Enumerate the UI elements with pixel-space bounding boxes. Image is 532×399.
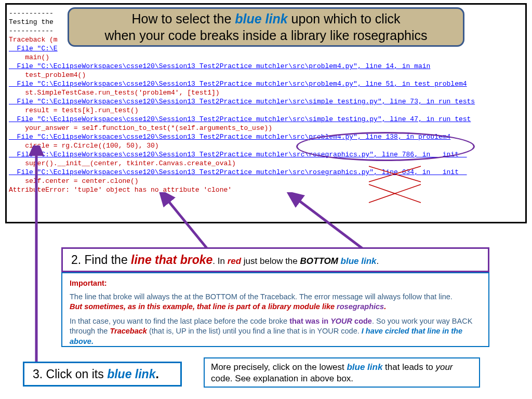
t: blue link: [347, 362, 382, 372]
code-line: your_answer = self.function_to_test(*(se…: [9, 124, 272, 132]
file-link-4[interactable]: File "C:\EclipseWorkspaces\csse120\Sessi…: [9, 115, 471, 123]
t: .: [384, 302, 386, 311]
step2-emph: line that broke: [131, 253, 212, 267]
t: just below the: [241, 256, 300, 266]
t: The line that broke will always the at t…: [70, 292, 453, 301]
file-link-5[interactable]: File "C:\EclipseWorkspaces\csse120\Sessi…: [9, 133, 450, 141]
t: More precisely, click on the lowest: [211, 362, 347, 372]
code-line: circle = rg.Circle((100, 50), 30): [9, 142, 159, 150]
t: In that case, you want to find the last …: [70, 317, 289, 325]
t: But sometimes, as in this example, that …: [70, 302, 337, 311]
t: YOUR: [330, 317, 352, 325]
title-blue: blue link: [235, 11, 287, 26]
dash-line: -----------: [9, 27, 54, 35]
t: blue link: [107, 367, 155, 381]
traceback-header: Traceback (m: [9, 36, 58, 44]
precise-box: More precisely, click on the lowest blue…: [204, 357, 480, 388]
code-line: result = tests[k].run_test(): [9, 107, 139, 114]
error-line: AttributeError: 'tuple' object has no at…: [9, 186, 232, 194]
step-2-box: 2. Find the line that broke. In red just…: [61, 247, 489, 272]
title-text: How to select the: [132, 11, 235, 26]
t: that leads to: [382, 362, 435, 372]
t: blue link: [341, 256, 377, 266]
t: that was in: [289, 317, 330, 325]
title-banner: How to select the blue link upon which t…: [68, 7, 464, 47]
testing-line: Testing the: [9, 18, 54, 26]
title-text: upon which to click: [288, 11, 401, 26]
t: (that is, UP in the list) until you find…: [147, 327, 362, 335]
code-line: main(): [9, 54, 49, 61]
title-line2: when your code breaks inside a library l…: [69, 27, 463, 44]
t: BOTTOM: [300, 256, 338, 266]
code-line: st.SimpleTestCase.run_tests('problem4', …: [9, 89, 220, 97]
t: .: [377, 256, 379, 266]
t: rosegraphics: [337, 302, 384, 311]
file-link-truncated[interactable]: File "C:\E: [9, 45, 58, 52]
t: red: [228, 256, 241, 266]
file-link-1[interactable]: File "C:\EclipseWorkspaces\csse120\Sessi…: [9, 62, 430, 70]
code-line: super().__init__(center, tkinter.Canvas.…: [9, 159, 236, 167]
t: 3. Click on its: [33, 367, 107, 381]
t: .: [155, 367, 158, 381]
file-link-2[interactable]: File "C:\EclipseWorkspaces\csse120\Sessi…: [9, 80, 467, 88]
t: . In: [212, 256, 227, 266]
dash-line: -----------: [9, 9, 54, 17]
t: Traceback: [110, 327, 147, 335]
t: code: [352, 317, 372, 325]
file-link-6[interactable]: File "C:\EclipseWorkspaces\csse120\Sessi…: [9, 151, 467, 158]
code-line: test_problem4(): [9, 71, 86, 79]
code-line: self.center = center.clone(): [9, 177, 139, 185]
important-box: Important: The line that broke will alwa…: [61, 272, 489, 347]
step2-text: 2. Find the: [71, 253, 131, 267]
t: your: [435, 362, 453, 372]
t: code. See explanation in above box.: [211, 374, 353, 383]
step-3-box: 3. Click on its blue link.: [23, 362, 182, 387]
file-link-3[interactable]: File "C:\EclipseWorkspaces\csse120\Sessi…: [9, 98, 475, 105]
important-header: Important:: [70, 278, 481, 289]
file-link-7[interactable]: File "C:\EclipseWorkspaces\csse120\Sessi…: [9, 168, 467, 176]
